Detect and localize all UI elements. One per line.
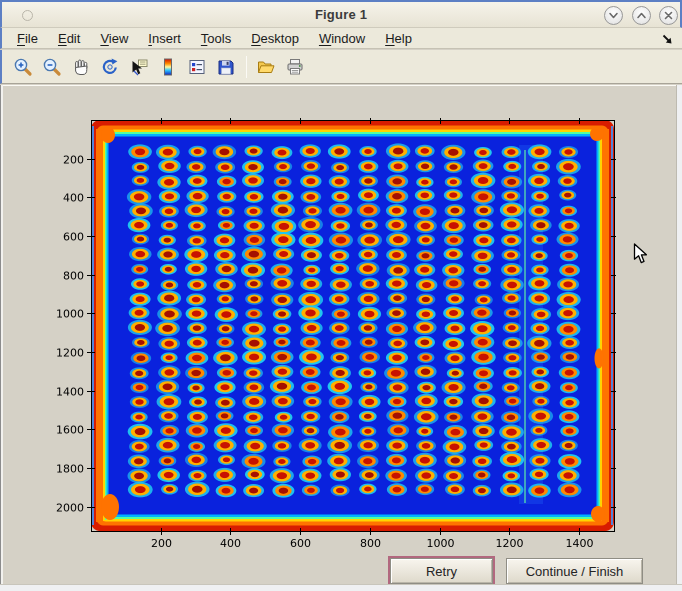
rotate-3d-button[interactable] xyxy=(97,54,123,80)
figure-client-area: Retry Continue / Finish xyxy=(0,85,682,584)
open-file-button[interactable] xyxy=(253,54,279,80)
printer-icon xyxy=(285,57,305,77)
rotate-3d-icon xyxy=(100,57,120,77)
zoom-in-icon xyxy=(13,57,33,77)
insert-legend-button[interactable] xyxy=(184,54,210,80)
menu-item-mnemonic: H xyxy=(385,31,394,46)
pan-button[interactable] xyxy=(68,54,94,80)
menu-item-label: indow xyxy=(331,31,365,46)
figure-plot xyxy=(50,101,630,551)
matlab-figure-window: Figure 1 File Edit View Insert Tools Des… xyxy=(0,0,682,591)
window-border-right xyxy=(676,85,682,591)
menu-bar: File Edit View Insert Tools Desktop Wind… xyxy=(0,28,682,49)
save-icon xyxy=(216,57,236,77)
insert-colorbar-button[interactable] xyxy=(155,54,181,80)
data-cursor-button[interactable] xyxy=(126,54,152,80)
maximize-button[interactable] xyxy=(632,6,651,25)
chevron-up-icon xyxy=(636,10,647,21)
minimize-button[interactable] xyxy=(604,6,623,25)
menu-item-mnemonic: V xyxy=(100,31,108,46)
menu-item-desktop[interactable]: Desktop xyxy=(244,30,306,47)
retry-button[interactable]: Retry xyxy=(390,558,493,584)
menu-item-mnemonic: F xyxy=(17,31,25,46)
menu-item-label: dit xyxy=(67,31,81,46)
menu-item-tools[interactable]: Tools xyxy=(194,30,238,47)
menu-item-label: iew xyxy=(109,31,129,46)
menu-item-mnemonic: D xyxy=(251,31,260,46)
open-folder-icon xyxy=(256,57,276,77)
menu-item-label: ools xyxy=(207,31,231,46)
pan-hand-icon xyxy=(71,57,91,77)
print-figure-button[interactable] xyxy=(282,54,308,80)
save-figure-button[interactable] xyxy=(213,54,239,80)
zoom-out-icon xyxy=(42,57,62,77)
close-icon xyxy=(663,10,674,21)
mouse-cursor-icon xyxy=(633,243,648,265)
menu-item-view[interactable]: View xyxy=(93,30,135,47)
window-title: Figure 1 xyxy=(2,7,680,22)
menu-item-help[interactable]: Help xyxy=(378,30,419,47)
window-border-bottom xyxy=(0,584,682,591)
chevron-down-icon xyxy=(608,10,619,21)
menu-item-label: nsert xyxy=(152,31,181,46)
menu-item-insert[interactable]: Insert xyxy=(141,30,188,47)
title-bar: Figure 1 xyxy=(0,0,682,28)
menu-item-edit[interactable]: Edit xyxy=(51,30,87,47)
menu-item-window[interactable]: Window xyxy=(312,30,372,47)
menu-item-label: elp xyxy=(395,31,412,46)
zoom-out-button[interactable] xyxy=(39,54,65,80)
legend-icon xyxy=(187,57,207,77)
window-border-left-highlight xyxy=(1,85,3,584)
dock-figure-icon[interactable] xyxy=(661,33,673,45)
menu-item-mnemonic: E xyxy=(58,31,67,46)
menu-item-mnemonic: W xyxy=(319,31,331,46)
zoom-in-button[interactable] xyxy=(10,54,36,80)
continue-finish-button[interactable]: Continue / Finish xyxy=(506,558,643,584)
menu-item-label: ile xyxy=(25,31,38,46)
toolbar xyxy=(0,50,682,84)
colorbar-icon xyxy=(158,57,178,77)
toolbar-separator xyxy=(246,56,247,78)
menu-item-label: esktop xyxy=(261,31,299,46)
menu-item-file[interactable]: File xyxy=(10,30,45,47)
data-cursor-icon xyxy=(129,57,149,77)
close-button[interactable] xyxy=(659,6,678,25)
